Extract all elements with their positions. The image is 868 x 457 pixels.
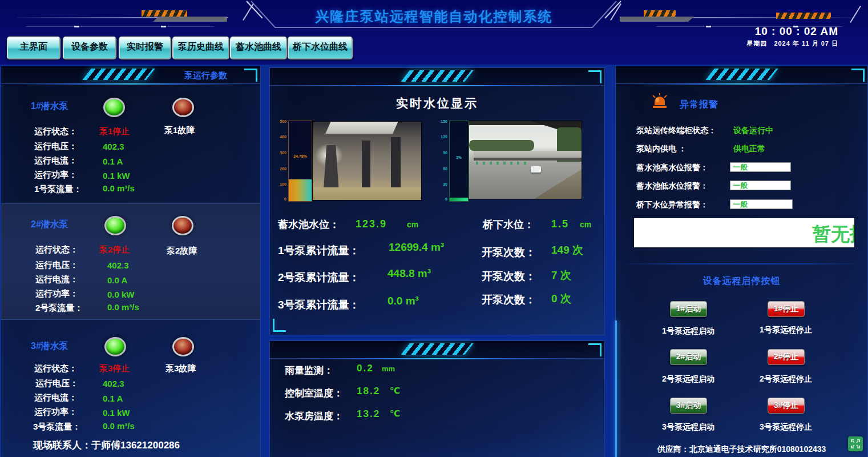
high-level-alarm-field[interactable]: 一般 xyxy=(730,162,791,172)
bridge-level-label: 桥下水位： xyxy=(483,218,534,231)
nav-bridge-level-curve[interactable]: 桥下水位曲线 xyxy=(288,37,353,59)
rainfall-unit: mm xyxy=(382,364,395,373)
alarm-marquee: 暂无报警 xyxy=(634,218,854,247)
pump-1-run-led xyxy=(103,98,125,117)
stripe-decoration xyxy=(401,343,474,355)
gauge-percent: 24.78% xyxy=(289,154,312,158)
reservoir-level-value: 123.9 xyxy=(356,218,387,230)
pump-1-stop-button[interactable]: 1#停止 xyxy=(768,301,805,317)
header-dot xyxy=(706,26,711,27)
rainfall-label: 雨量监测： xyxy=(285,364,333,377)
alarm-control-panel: 异常报警 泵站远传终端柜状态： 设备运行中 泵站内供电 ： 供电正常 蓄水池高水… xyxy=(615,66,868,457)
pump-3-total-flow-value: 0.0 m³ xyxy=(387,295,419,307)
power-value: 0.1 kW xyxy=(103,171,130,181)
alarm-panel-title: 异常报警 xyxy=(680,99,718,111)
pump-1-fault-led xyxy=(172,98,194,117)
floor xyxy=(313,187,421,200)
current-label: 运行电流： xyxy=(34,155,77,166)
low-level-alarm-field[interactable]: 一般 xyxy=(730,181,791,190)
clock: 10 : 00 : 02 AM 星期四 2024 年 11 月 07 日 xyxy=(746,25,838,48)
reservoir-level-gauge: 24.78% 500 400 300 200 100 0 xyxy=(288,121,312,202)
date-display: 星期四 2024 年 11 月 07 日 xyxy=(746,39,838,48)
pump-1-fault-label: 泵1故障 xyxy=(164,125,195,136)
stripe-decoration xyxy=(401,70,474,82)
header-dot xyxy=(74,26,79,27)
water-level-panel: 实时水位显示 24.78% 500 400 300 200 100 0 1% 1 xyxy=(269,67,605,335)
reservoir-level-label: 蓄水池水位： xyxy=(278,218,340,231)
water-panel-title: 实时水位显示 xyxy=(270,95,604,111)
pump-3-total-flow-label: 3号泵累计流量： xyxy=(278,298,360,312)
pump-3-name: 3#潜水泵 xyxy=(31,340,68,352)
stripe-decoration xyxy=(705,69,778,80)
bridge-level-gauge: 1% 150 120 90 60 30 0 xyxy=(449,121,469,202)
nav-pump-history-curve[interactable]: 泵历史曲线 xyxy=(172,37,229,59)
pump-house-temp-unit: ℃ xyxy=(390,408,400,419)
header-thinline-left xyxy=(26,26,214,27)
pump-2-start-button[interactable]: 2#启动 xyxy=(670,349,707,365)
flow-label: 1号泵流量： xyxy=(34,184,82,195)
gauge-tick: 200 xyxy=(276,167,286,171)
panel-header-decoration: 泵运行参数 xyxy=(1,66,260,84)
gauge-tick: 0 xyxy=(276,197,286,201)
voltage-value: 402.3 xyxy=(103,142,124,151)
gauge-tick: 150 xyxy=(437,119,447,123)
skylight xyxy=(325,122,398,134)
pump-3-status-label: 运行状态： xyxy=(34,363,77,374)
pump-panel-title: 泵运行参数 xyxy=(184,70,227,81)
pump-3-start-button[interactable]: 3#启动 xyxy=(670,398,707,414)
pump-2-stop-button[interactable]: 2#停止 xyxy=(768,349,805,365)
pump-1-start-caption: 1号泵远程启动 xyxy=(640,326,737,336)
pump-3-start-caption: 3号泵远程启动 xyxy=(640,422,737,432)
hazard-stripes-right xyxy=(644,10,676,17)
pump-1-start-button[interactable]: 1#启动 xyxy=(670,301,707,317)
pump-2-total-flow-value: 448.8 m³ xyxy=(387,267,431,280)
bridge-level-value: 1.5 xyxy=(551,218,569,230)
gauge-tick: 0 xyxy=(437,197,447,201)
pillar xyxy=(391,137,401,190)
voltage-value: 402.3 xyxy=(103,379,124,388)
nav-realtime-alarm[interactable]: 实时报警 xyxy=(119,37,171,59)
pump-2-name: 2#潜水泵 xyxy=(31,219,68,231)
hazard-stripes-right-2 xyxy=(776,13,831,19)
pump-1-section: 1#潜水泵 运行状态： 泵1停止 泵1故障 运行电压： 402.3 运行电流： … xyxy=(1,92,260,203)
current-label: 运行电流： xyxy=(35,274,78,285)
high-level-alarm-label: 蓄水池高水位报警： xyxy=(636,163,708,173)
pump-1-start-count-label: 开泵次数： xyxy=(482,245,536,260)
weekday-label: 星期四 xyxy=(746,40,767,47)
pump-1-total-flow-label: 1号泵累计流量： xyxy=(278,243,360,258)
edge-highlight xyxy=(615,320,617,457)
bridge-level-alarm-field[interactable]: 一般 xyxy=(730,199,793,209)
nav-device-params[interactable]: 设备参数 xyxy=(63,37,116,59)
panel-header-decoration xyxy=(270,341,604,359)
page-title: 兴隆庄泵站远程智能自动化控制系统 xyxy=(316,7,553,26)
gauge-fill xyxy=(450,198,468,201)
pump-3-stop-button[interactable]: 3#停止 xyxy=(768,398,805,414)
fullscreen-button[interactable] xyxy=(848,436,863,451)
flow-label: 2号泵流量： xyxy=(35,303,83,314)
pump-2-status-value: 泵2停止 xyxy=(99,244,130,255)
reservoir-camera-feed xyxy=(312,121,422,201)
marquee-text: 暂无报警 xyxy=(812,222,854,247)
scada-dashboard: 兴隆庄泵站远程智能自动化控制系统 10 : 00 : 02 AM 星期四 202… xyxy=(0,0,868,457)
pump-1-status-label: 运行状态： xyxy=(34,126,77,137)
nav-main-screen[interactable]: 主界面 xyxy=(7,37,60,59)
reservoir-level-unit: cm xyxy=(407,220,418,229)
control-room-temp-label: 控制室温度： xyxy=(285,387,343,400)
pump-parameters-panel: 泵运行参数 1#潜水泵 运行状态： 泵1停止 泵1故障 运行电压： 402.3 … xyxy=(1,66,261,457)
pump-3-run-led xyxy=(104,337,126,356)
pump-1-status-value: 泵1停止 xyxy=(99,126,130,137)
rtu-status-value: 设备运行中 xyxy=(733,126,773,136)
voltage-label: 运行电压： xyxy=(35,378,78,389)
low-level-alarm-label: 蓄水池低水位报警： xyxy=(636,181,708,191)
nav-reservoir-curve[interactable]: 蓄水池曲线 xyxy=(230,37,287,59)
panel-header-decoration xyxy=(270,68,604,86)
control-room-temp-value: 18.2 xyxy=(357,386,380,397)
hazard-stripes-left xyxy=(142,10,187,17)
guardrail xyxy=(476,162,528,165)
gauge-tick: 90 xyxy=(437,151,447,155)
corner-bracket xyxy=(588,70,601,83)
car xyxy=(531,166,541,173)
pump-3-start-count-label: 开泵次数： xyxy=(482,292,536,307)
panel-header-decoration xyxy=(616,66,867,84)
site-contact: 现场联系人：于师傅13621200286 xyxy=(33,439,180,452)
